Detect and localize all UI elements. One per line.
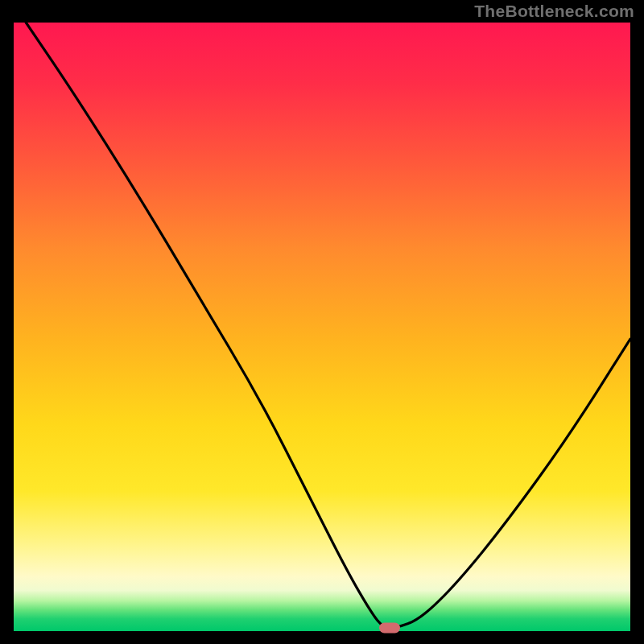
optimal-marker	[379, 623, 400, 634]
bottleneck-curve	[14, 23, 630, 631]
watermark-text: TheBottleneck.com	[474, 2, 634, 21]
chart-frame: TheBottleneck.com	[0, 0, 644, 644]
plot-area	[14, 23, 630, 631]
curve-path	[26, 23, 630, 628]
